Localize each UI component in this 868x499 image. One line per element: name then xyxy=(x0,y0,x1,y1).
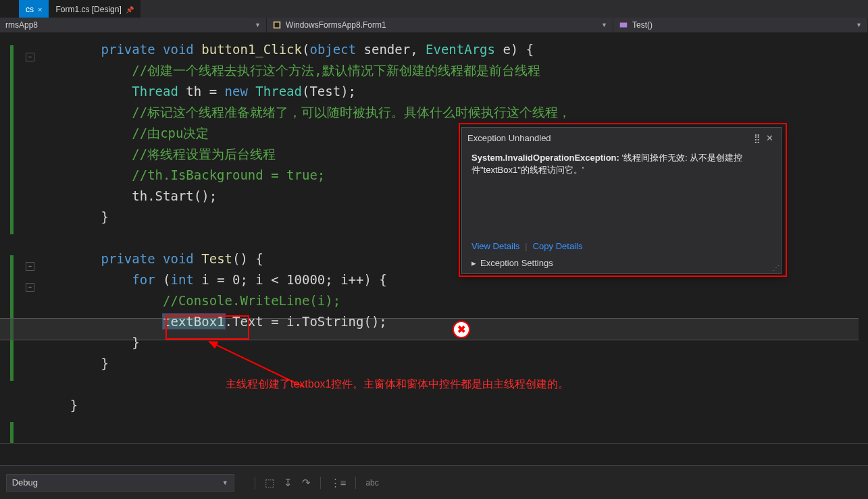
chevron-down-icon: ▼ xyxy=(856,22,862,28)
view-details-link[interactable]: View Details xyxy=(471,241,519,251)
exception-settings-label: Exception Settings xyxy=(480,258,553,268)
pin-icon[interactable]: ⣿ xyxy=(751,133,763,143)
separator: | xyxy=(525,241,527,251)
gutter-breakpoints[interactable] xyxy=(0,32,14,443)
svg-rect-1 xyxy=(275,23,280,28)
fold-minus-icon[interactable]: − xyxy=(26,283,34,292)
close-icon[interactable]: ✕ xyxy=(763,133,775,143)
exception-popup-titlebar[interactable]: Exception Unhandled ⣿ ✕ xyxy=(462,128,781,148)
toolbar-icons: ⬚ ↧ ↷ ⋮≡ abc xyxy=(241,477,379,489)
separator xyxy=(255,477,255,489)
chevron-down-icon: ▼ xyxy=(255,22,261,28)
tab-active-file[interactable]: cs × xyxy=(19,0,49,18)
resize-grip-icon[interactable]: ⋰ xyxy=(773,264,778,271)
tab-label: Form1.cs [Design] xyxy=(55,5,121,14)
separator xyxy=(355,477,356,489)
tab-spacer xyxy=(0,0,19,18)
exception-message: System.InvalidOperationException: '线程间操作… xyxy=(462,148,781,238)
separator xyxy=(320,477,321,489)
exception-popup: Exception Unhandled ⣿ ✕ System.InvalidOp… xyxy=(461,127,782,274)
gutter-folding[interactable]: − − − xyxy=(14,32,39,443)
thread-icon[interactable]: ⋮≡ xyxy=(330,477,347,489)
chevron-right-icon: ▸ xyxy=(471,258,476,268)
context-member-label: Test() xyxy=(632,20,653,30)
tab-label: cs xyxy=(26,5,34,14)
context-project-label: rmsApp8 xyxy=(5,20,38,30)
tab-designer[interactable]: Form1.cs [Design] 📌 xyxy=(49,0,140,18)
editor-scrollbar[interactable] xyxy=(859,32,868,443)
context-bar: rmsApp8 ▼ WindowsFormsApp8.Form1 ▼ Test(… xyxy=(0,18,868,32)
output-panel[interactable] xyxy=(0,444,868,466)
fold-minus-icon[interactable]: − xyxy=(26,262,34,271)
configuration-value: Debug xyxy=(12,477,38,488)
error-list-toolbar: from: Debug ▼ ⬚ ↧ ↷ ⋮≡ abc xyxy=(0,466,868,499)
bottom-panel: from: Debug ▼ ⬚ ↧ ↷ ⋮≡ abc xyxy=(0,443,868,499)
error-icon[interactable]: ✖ xyxy=(453,321,470,338)
annotation-text: 主线程创建了textbox1控件。主窗体和窗体中控件都是由主线程创建的。 xyxy=(226,377,569,392)
method-icon xyxy=(619,20,628,30)
frame-icon[interactable]: ⬚ xyxy=(265,477,274,489)
configuration-dropdown[interactable]: Debug ▼ xyxy=(6,474,234,492)
step-over-icon[interactable]: ↷ xyxy=(302,477,311,489)
chevron-down-icon: ▼ xyxy=(222,479,228,486)
context-member-dropdown[interactable]: Test() ▼ xyxy=(613,18,868,32)
exception-title: Exception Unhandled xyxy=(467,133,551,143)
copy-details-link[interactable]: Copy Details xyxy=(533,241,583,251)
exception-settings-toggle[interactable]: ▸ Exception Settings xyxy=(462,254,781,273)
class-icon xyxy=(272,20,282,30)
tab-bar: cs × Form1.cs [Design] 📌 xyxy=(0,0,868,18)
pin-icon[interactable]: 📌 xyxy=(126,6,134,14)
context-project-dropdown[interactable]: rmsApp8 ▼ xyxy=(0,18,267,32)
code-editor[interactable]: − − − private void button1_Click(object … xyxy=(0,32,868,443)
context-class-label: WindowsFormsApp8.Form1 xyxy=(286,20,386,30)
context-class-dropdown[interactable]: WindowsFormsApp8.Form1 ▼ xyxy=(267,18,613,32)
svg-rect-2 xyxy=(620,23,628,28)
text-icon[interactable]: abc xyxy=(365,478,378,488)
fold-minus-icon[interactable]: − xyxy=(26,53,34,61)
step-into-icon[interactable]: ↧ xyxy=(284,477,292,489)
close-icon[interactable]: × xyxy=(38,5,42,14)
chevron-down-icon: ▼ xyxy=(601,22,607,28)
